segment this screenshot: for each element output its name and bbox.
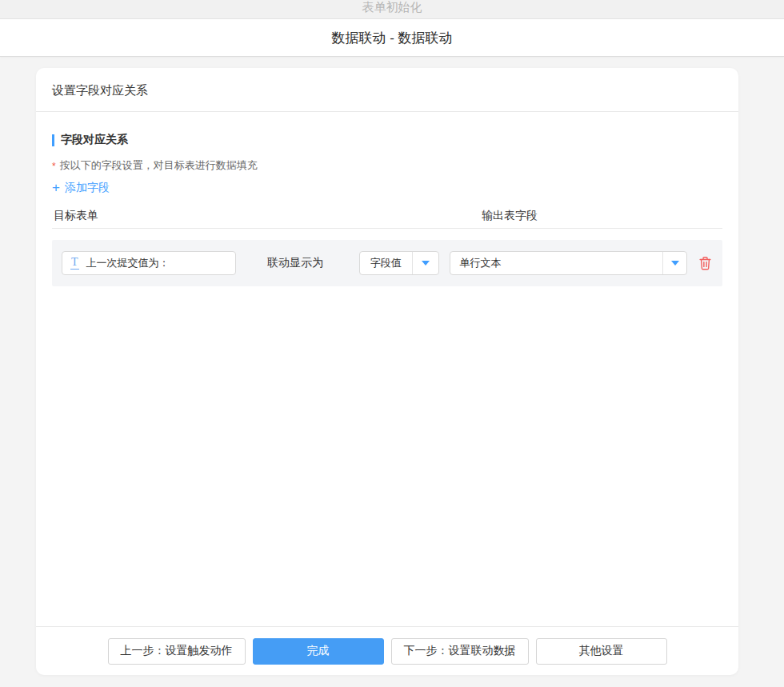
output-field-select[interactable]: 单行文本 xyxy=(450,251,688,275)
value-type-selected: 字段值 xyxy=(360,256,412,270)
caret-down-icon xyxy=(671,261,679,266)
relation-label: 联动显示为 xyxy=(267,256,323,270)
dialog-title: 数据联动 - 数据联动 xyxy=(331,29,452,47)
text-field-type-icon: T xyxy=(70,257,79,270)
screen: 表单初始化 数据联动 - 数据联动 设置字段对应关系 字段对应关系 * 按以下的… xyxy=(0,0,784,687)
target-field-input[interactable]: T 上一次提交值为： xyxy=(62,251,236,275)
card-header-title: 设置字段对应关系 xyxy=(36,68,738,112)
column-header-output-field: 输出表字段 xyxy=(482,209,538,223)
settings-card: 设置字段对应关系 字段对应关系 * 按以下的字段设置，对目标表进行数据填充 + … xyxy=(36,68,738,675)
prev-step-button[interactable]: 上一步：设置触发动作 xyxy=(108,638,246,665)
done-button[interactable]: 完成 xyxy=(253,638,384,665)
value-type-select[interactable]: 字段值 xyxy=(359,251,439,275)
value-type-caret-button[interactable] xyxy=(412,252,438,274)
trash-icon xyxy=(698,256,712,271)
section-label: 字段对应关系 xyxy=(52,134,722,146)
caret-down-icon xyxy=(422,261,430,266)
required-asterisk: * xyxy=(52,161,56,172)
other-settings-button[interactable]: 其他设置 xyxy=(536,638,667,665)
output-field-caret-button[interactable] xyxy=(662,252,686,274)
required-note: * 按以下的字段设置，对目标表进行数据填充 xyxy=(52,159,722,171)
section-accent-bar xyxy=(52,134,54,146)
output-field-selected: 单行文本 xyxy=(450,256,663,270)
section-title: 字段对应关系 xyxy=(61,133,128,147)
note-text: 按以下的字段设置，对目标表进行数据填充 xyxy=(60,158,258,173)
delete-row-button[interactable] xyxy=(698,255,713,271)
background-page-title: 表单初始化 xyxy=(362,0,422,14)
next-step-button[interactable]: 下一步：设置联动数据 xyxy=(391,638,529,665)
background-page-strip: 表单初始化 xyxy=(0,0,784,19)
target-field-value: 上一次提交值为： xyxy=(86,256,170,270)
column-headers: 目标表单 输出表字段 xyxy=(52,205,722,229)
dialog-header: 数据联动 - 数据联动 xyxy=(0,19,784,57)
column-header-target-form: 目标表单 xyxy=(54,209,98,223)
dialog-footer: 上一步：设置触发动作 完成 下一步：设置联动数据 其他设置 xyxy=(36,626,738,675)
add-field-button[interactable]: + 添加字段 xyxy=(52,181,110,194)
add-field-label: 添加字段 xyxy=(65,181,110,195)
plus-icon: + xyxy=(52,181,60,194)
field-mapping-row: T 上一次提交值为： 联动显示为 字段值 单行文本 xyxy=(52,240,722,286)
card-body: 字段对应关系 * 按以下的字段设置，对目标表进行数据填充 + 添加字段 目标表单… xyxy=(36,134,738,286)
